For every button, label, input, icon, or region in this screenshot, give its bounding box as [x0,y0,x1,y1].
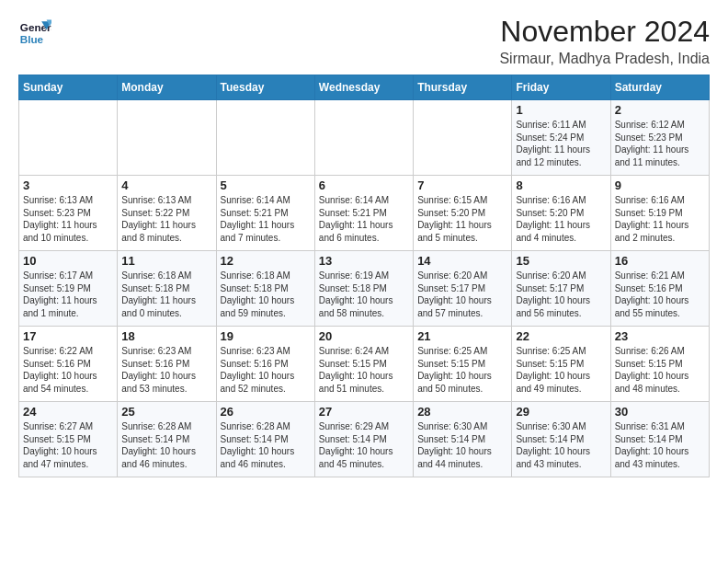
weekday-header-monday: Monday [118,75,216,100]
calendar-cell: 2Sunrise: 6:12 AM Sunset: 5:23 PM Daylig… [610,100,709,176]
calendar-cell: 22Sunrise: 6:25 AM Sunset: 5:15 PM Dayli… [512,327,610,402]
day-number: 26 [221,405,311,419]
weekday-header-tuesday: Tuesday [216,75,314,100]
day-info: Sunrise: 6:23 AM Sunset: 5:16 PM Dayligh… [121,345,211,395]
calendar-cell: 16Sunrise: 6:21 AM Sunset: 5:16 PM Dayli… [610,251,709,327]
calendar-cell: 3Sunrise: 6:13 AM Sunset: 5:23 PM Daylig… [19,176,118,251]
weekday-header-thursday: Thursday [414,75,512,100]
weekday-header-friday: Friday [512,75,610,100]
calendar-cell: 23Sunrise: 6:26 AM Sunset: 5:15 PM Dayli… [610,327,709,402]
day-number: 1 [516,103,606,117]
day-number: 28 [417,405,507,419]
day-number: 13 [319,254,409,268]
logo-icon: General Blue [18,15,51,48]
day-info: Sunrise: 6:25 AM Sunset: 5:15 PM Dayligh… [516,345,606,395]
calendar-cell: 11Sunrise: 6:18 AM Sunset: 5:18 PM Dayli… [118,251,216,327]
day-number: 10 [23,254,113,268]
calendar-cell: 1Sunrise: 6:11 AM Sunset: 5:24 PM Daylig… [512,100,610,176]
calendar-cell: 15Sunrise: 6:20 AM Sunset: 5:17 PM Dayli… [512,251,610,327]
calendar-cell: 13Sunrise: 6:19 AM Sunset: 5:18 PM Dayli… [314,251,413,327]
calendar-cell: 14Sunrise: 6:20 AM Sunset: 5:17 PM Dayli… [414,251,512,327]
calendar-cell: 28Sunrise: 6:30 AM Sunset: 5:14 PM Dayli… [414,402,512,477]
day-number: 2 [615,103,705,117]
day-info: Sunrise: 6:20 AM Sunset: 5:17 PM Dayligh… [516,270,606,319]
calendar-cell: 5Sunrise: 6:14 AM Sunset: 5:21 PM Daylig… [216,176,314,251]
day-info: Sunrise: 6:18 AM Sunset: 5:18 PM Dayligh… [221,270,311,319]
calendar-cell [19,100,118,176]
day-info: Sunrise: 6:16 AM Sunset: 5:20 PM Dayligh… [516,194,606,244]
calendar-cell [216,100,314,176]
week-row-2: 10Sunrise: 6:17 AM Sunset: 5:19 PM Dayli… [19,251,710,327]
day-number: 25 [121,405,211,419]
weekday-header-wednesday: Wednesday [314,75,413,100]
day-number: 18 [121,329,211,343]
location-title: Sirmaur, Madhya Pradesh, India [499,51,710,67]
day-info: Sunrise: 6:29 AM Sunset: 5:14 PM Dayligh… [319,420,409,470]
calendar-cell: 26Sunrise: 6:28 AM Sunset: 5:14 PM Dayli… [216,402,314,477]
day-number: 23 [615,329,705,343]
day-info: Sunrise: 6:12 AM Sunset: 5:23 PM Dayligh… [615,119,705,168]
title-block: November 2024 Sirmaur, Madhya Pradesh, I… [499,15,710,67]
day-info: Sunrise: 6:17 AM Sunset: 5:19 PM Dayligh… [23,270,113,319]
calendar-cell: 12Sunrise: 6:18 AM Sunset: 5:18 PM Dayli… [216,251,314,327]
calendar-cell: 30Sunrise: 6:31 AM Sunset: 5:14 PM Dayli… [610,402,709,477]
day-info: Sunrise: 6:22 AM Sunset: 5:16 PM Dayligh… [23,345,113,395]
calendar-cell: 19Sunrise: 6:23 AM Sunset: 5:16 PM Dayli… [216,327,314,402]
day-info: Sunrise: 6:21 AM Sunset: 5:16 PM Dayligh… [615,270,705,319]
weekday-header-saturday: Saturday [610,75,709,100]
page-header: General Blue November 2024 Sirmaur, Madh… [18,15,710,67]
day-number: 24 [23,405,113,419]
day-info: Sunrise: 6:26 AM Sunset: 5:15 PM Dayligh… [615,345,705,395]
calendar-cell: 6Sunrise: 6:14 AM Sunset: 5:21 PM Daylig… [314,176,413,251]
week-row-3: 17Sunrise: 6:22 AM Sunset: 5:16 PM Dayli… [19,327,710,402]
day-number: 14 [417,254,507,268]
month-title: November 2024 [499,15,710,49]
day-info: Sunrise: 6:23 AM Sunset: 5:16 PM Dayligh… [221,345,311,395]
day-number: 17 [23,329,113,343]
week-row-1: 3Sunrise: 6:13 AM Sunset: 5:23 PM Daylig… [19,176,710,251]
calendar-cell: 25Sunrise: 6:28 AM Sunset: 5:14 PM Dayli… [118,402,216,477]
day-number: 29 [516,405,606,419]
day-info: Sunrise: 6:25 AM Sunset: 5:15 PM Dayligh… [417,345,507,395]
day-number: 21 [417,329,507,343]
day-number: 30 [615,405,705,419]
week-row-4: 24Sunrise: 6:27 AM Sunset: 5:15 PM Dayli… [19,402,710,477]
day-number: 19 [221,329,311,343]
calendar-cell [414,100,512,176]
calendar-table: SundayMondayTuesdayWednesdayThursdayFrid… [18,75,710,477]
day-number: 11 [121,254,211,268]
calendar-cell: 29Sunrise: 6:30 AM Sunset: 5:14 PM Dayli… [512,402,610,477]
day-number: 8 [516,178,606,192]
day-info: Sunrise: 6:28 AM Sunset: 5:14 PM Dayligh… [121,420,211,470]
weekday-header-sunday: Sunday [19,75,118,100]
calendar-cell: 8Sunrise: 6:16 AM Sunset: 5:20 PM Daylig… [512,176,610,251]
day-info: Sunrise: 6:15 AM Sunset: 5:20 PM Dayligh… [417,194,507,244]
day-number: 4 [121,178,211,192]
calendar-cell: 20Sunrise: 6:24 AM Sunset: 5:15 PM Dayli… [314,327,413,402]
calendar-cell: 21Sunrise: 6:25 AM Sunset: 5:15 PM Dayli… [414,327,512,402]
day-info: Sunrise: 6:11 AM Sunset: 5:24 PM Dayligh… [516,119,606,168]
day-info: Sunrise: 6:13 AM Sunset: 5:22 PM Dayligh… [121,194,211,244]
day-number: 22 [516,329,606,343]
calendar-cell: 17Sunrise: 6:22 AM Sunset: 5:16 PM Dayli… [19,327,118,402]
week-row-0: 1Sunrise: 6:11 AM Sunset: 5:24 PM Daylig… [19,100,710,176]
svg-text:Blue: Blue [20,33,44,45]
day-info: Sunrise: 6:13 AM Sunset: 5:23 PM Dayligh… [23,194,113,244]
day-info: Sunrise: 6:20 AM Sunset: 5:17 PM Dayligh… [417,270,507,319]
day-info: Sunrise: 6:30 AM Sunset: 5:14 PM Dayligh… [516,420,606,470]
calendar-cell: 27Sunrise: 6:29 AM Sunset: 5:14 PM Dayli… [314,402,413,477]
day-info: Sunrise: 6:14 AM Sunset: 5:21 PM Dayligh… [221,194,311,244]
day-number: 7 [417,178,507,192]
day-number: 5 [221,178,311,192]
day-number: 12 [221,254,311,268]
calendar-cell: 24Sunrise: 6:27 AM Sunset: 5:15 PM Dayli… [19,402,118,477]
day-info: Sunrise: 6:30 AM Sunset: 5:14 PM Dayligh… [417,420,507,470]
calendar-cell: 18Sunrise: 6:23 AM Sunset: 5:16 PM Dayli… [118,327,216,402]
day-number: 27 [319,405,409,419]
calendar-cell: 7Sunrise: 6:15 AM Sunset: 5:20 PM Daylig… [414,176,512,251]
day-number: 16 [615,254,705,268]
weekday-header-row: SundayMondayTuesdayWednesdayThursdayFrid… [19,75,710,100]
calendar-cell: 4Sunrise: 6:13 AM Sunset: 5:22 PM Daylig… [118,176,216,251]
day-info: Sunrise: 6:16 AM Sunset: 5:19 PM Dayligh… [615,194,705,244]
day-info: Sunrise: 6:18 AM Sunset: 5:18 PM Dayligh… [121,270,211,319]
